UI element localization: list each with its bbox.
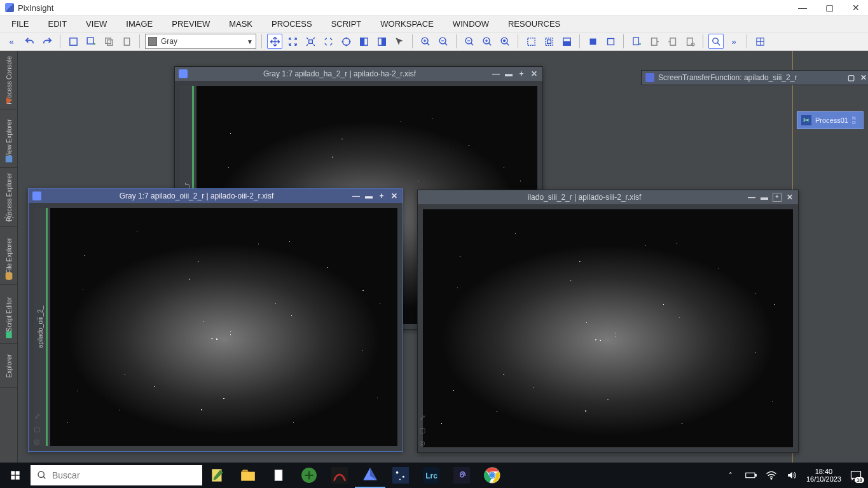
tray-notifications-icon[interactable]: 10 bbox=[850, 470, 862, 481]
menu-preview[interactable]: PREVIEW bbox=[163, 17, 219, 31]
side-tool-square-icon[interactable]: ▢ bbox=[31, 423, 43, 435]
process-chip[interactable]: ✂ Process01 ND bbox=[797, 111, 864, 129]
win-maximize-button[interactable]: + bbox=[377, 192, 386, 200]
move-tool-button[interactable] bbox=[267, 34, 282, 49]
win-minimize-button[interactable]: — bbox=[492, 69, 500, 78]
center-button[interactable] bbox=[303, 34, 318, 49]
menu-image[interactable]: IMAGE bbox=[117, 17, 162, 31]
rect-dark-button[interactable] bbox=[585, 34, 600, 49]
more-left-icon[interactable]: « bbox=[4, 34, 19, 49]
taskbar-app-doc[interactable] bbox=[263, 463, 294, 488]
side-tool-circle-icon[interactable]: ◎ bbox=[417, 437, 428, 449]
start-button[interactable] bbox=[0, 463, 31, 488]
new-plus-button[interactable] bbox=[83, 34, 99, 49]
menu-process[interactable]: PROCESS bbox=[263, 17, 321, 31]
taskbar-app-pixinsight[interactable] bbox=[355, 463, 385, 488]
side-tab-process-explorer[interactable]: Process Explorer bbox=[0, 168, 17, 227]
taskbar-app-explorer[interactable] bbox=[233, 463, 263, 488]
tray-sound-icon[interactable] bbox=[786, 470, 797, 481]
taskbar-search[interactable] bbox=[31, 465, 202, 485]
select-half-button[interactable] bbox=[559, 34, 574, 49]
side-tool-expand-icon[interactable]: ⤢ bbox=[417, 412, 428, 423]
taskbar-app-red[interactable] bbox=[324, 463, 355, 488]
zoom-out2-button[interactable] bbox=[462, 34, 477, 49]
window-minimize-button[interactable]: — bbox=[796, 3, 809, 13]
side-tab-view-explorer[interactable]: View Explorer bbox=[0, 109, 17, 168]
menu-file[interactable]: FILE bbox=[3, 17, 38, 31]
doc-back-button[interactable] bbox=[665, 34, 680, 49]
target-button[interactable] bbox=[338, 34, 354, 49]
taskbar-search-input[interactable] bbox=[52, 470, 196, 480]
window-maximize-button[interactable]: ▢ bbox=[822, 3, 836, 13]
stf-close-button[interactable]: ✕ bbox=[859, 73, 868, 82]
new-button[interactable] bbox=[65, 34, 81, 49]
side-tab-explorer[interactable]: Explorer bbox=[0, 344, 17, 388]
redo-button[interactable] bbox=[39, 34, 55, 49]
zoom-reset-button[interactable] bbox=[497, 34, 513, 49]
win-shade-button[interactable]: ▬ bbox=[504, 69, 513, 78]
doc-arrow-button[interactable] bbox=[647, 34, 662, 49]
tray-battery-icon[interactable] bbox=[745, 470, 757, 481]
taskbar-app-lrc[interactable]: Lrc bbox=[416, 463, 446, 488]
win-close-button[interactable]: ✕ bbox=[390, 192, 399, 200]
win-minimize-button[interactable]: — bbox=[352, 192, 361, 200]
shrink-button[interactable] bbox=[320, 34, 336, 49]
stf-window[interactable]: ScreenTransferFunction: apilado_siii_2_r… bbox=[641, 70, 868, 85]
taskbar-app-notepad[interactable] bbox=[202, 463, 233, 488]
image-window-oiii[interactable]: Gray 1:7 apilado_oiii_2_r | apilado-oiii… bbox=[28, 188, 403, 452]
tray-wifi-icon[interactable] bbox=[766, 470, 777, 481]
taskbar-app-green[interactable] bbox=[294, 463, 324, 488]
win-minimize-button[interactable]: — bbox=[747, 193, 756, 202]
win-restore-button[interactable]: + bbox=[773, 193, 782, 202]
win-maximize-button[interactable]: + bbox=[517, 69, 526, 78]
fit-all-button[interactable] bbox=[285, 34, 300, 49]
menu-script[interactable]: SCRIPT bbox=[322, 17, 371, 31]
win-close-button[interactable]: ✕ bbox=[530, 69, 539, 78]
copy-button[interactable] bbox=[101, 34, 116, 49]
menu-edit[interactable]: EDIT bbox=[39, 17, 76, 31]
more-right-icon[interactable]: » bbox=[726, 34, 741, 49]
pointer-button[interactable] bbox=[392, 34, 407, 49]
side-tool-square-icon[interactable]: ▢ bbox=[417, 424, 428, 436]
zoom-in-button[interactable] bbox=[418, 34, 433, 49]
taskbar-app-spiral[interactable] bbox=[446, 463, 477, 488]
side-tab-script-editor[interactable]: Script Editor bbox=[0, 285, 17, 344]
menu-resources[interactable]: RESOURCES bbox=[499, 17, 569, 31]
win-close-button[interactable]: ✕ bbox=[785, 193, 794, 202]
tray-clock[interactable]: 18:40 16/10/2023 bbox=[806, 468, 841, 483]
half-right-button[interactable] bbox=[374, 34, 389, 49]
menu-workspace[interactable]: WORKSPACE bbox=[371, 17, 443, 31]
tray-chevron-up-icon[interactable]: ˄ bbox=[725, 470, 736, 481]
side-tool-expand-icon[interactable]: ⤢ bbox=[31, 410, 43, 422]
menu-mask[interactable]: MASK bbox=[220, 17, 261, 31]
window-title-oiii: Gray 1:7 apilado_oiii_2_r | apilado-oiii… bbox=[120, 192, 274, 200]
win-shade-button[interactable]: ▬ bbox=[760, 193, 769, 202]
workspace[interactable]: Gray 1:7 apilado_ha_2_r | apilado-ha-2_r… bbox=[18, 51, 868, 463]
side-tab-process-console[interactable]: Process Console bbox=[0, 51, 17, 109]
astro-image-siii[interactable] bbox=[423, 209, 793, 447]
select1-button[interactable] bbox=[523, 34, 539, 49]
menu-view[interactable]: VIEW bbox=[77, 17, 116, 31]
window-close-button[interactable]: ✕ bbox=[849, 3, 863, 13]
side-tool-circle-icon[interactable]: ◎ bbox=[31, 436, 43, 447]
select2-button[interactable] bbox=[541, 34, 556, 49]
rect-outline-button[interactable] bbox=[603, 34, 618, 49]
stf-restore-button[interactable]: ▢ bbox=[846, 73, 855, 82]
zoom-out-button[interactable] bbox=[436, 34, 451, 49]
win-shade-button[interactable]: ▬ bbox=[364, 192, 373, 200]
doc-lock-button[interactable] bbox=[682, 34, 698, 49]
taskbar-app-chrome[interactable] bbox=[477, 463, 507, 488]
color-mode-select[interactable]: Gray ▼ bbox=[145, 34, 256, 49]
paste-button[interactable] bbox=[119, 34, 134, 49]
half-left-button[interactable] bbox=[356, 34, 371, 49]
side-tab-file-explorer[interactable]: File Explorer bbox=[0, 227, 17, 285]
image-window-siii[interactable]: ilado_siii_2_r | apilado-siii-2_r.xisf —… bbox=[417, 190, 799, 453]
undo-button[interactable] bbox=[22, 34, 37, 49]
zoom-fit-button[interactable] bbox=[479, 34, 495, 49]
probe-button[interactable] bbox=[708, 34, 724, 49]
doc-plus-button[interactable] bbox=[629, 34, 644, 49]
taskbar-app-stars[interactable] bbox=[385, 463, 416, 488]
menu-window[interactable]: WINDOW bbox=[444, 17, 498, 31]
astro-image-oiii[interactable] bbox=[50, 208, 397, 446]
grid-button[interactable] bbox=[752, 34, 768, 49]
